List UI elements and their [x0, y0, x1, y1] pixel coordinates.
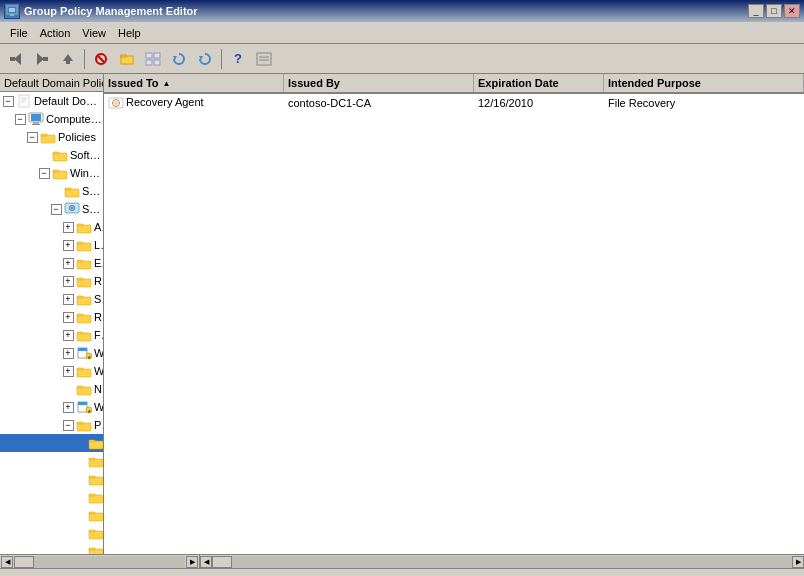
tree-item-file-system[interactable]: File System... — [0, 326, 103, 344]
tree-toggle-wired-netw[interactable] — [60, 345, 76, 361]
svg-rect-70 — [89, 440, 95, 442]
browse-button[interactable] — [115, 47, 139, 71]
tree-item-scripts[interactable]: Scripts (Startup... — [0, 182, 103, 200]
tree-item-policies[interactable]: Policies — [0, 128, 103, 146]
scroll-track-left[interactable] — [14, 556, 185, 568]
row-icon-0 — [108, 96, 124, 110]
tree-item-software-settings[interactable]: Software Settings — [0, 146, 103, 164]
tree-icon-public-key — [76, 417, 92, 433]
tree-content[interactable]: Default Domain Policy [dc1.cont... Compu… — [0, 92, 103, 554]
tree-item-enterpr[interactable]: Enterpr... — [0, 488, 103, 506]
menu-file[interactable]: File — [4, 25, 34, 41]
tree-item-account-pol[interactable]: Account Pol... — [0, 218, 103, 236]
svg-rect-56 — [78, 348, 87, 351]
tree-item-trusted1[interactable]: Trusted ... — [0, 470, 103, 488]
app-title: Group Policy Management Editor — [24, 5, 198, 17]
tree-toggle-computer-config[interactable] — [12, 111, 28, 127]
tree-item-wired-netw[interactable]: ★ Wired Netw... — [0, 344, 103, 362]
tree-item-interme[interactable]: Interme... — [0, 506, 103, 524]
tree-item-windows-settings[interactable]: Windows Settings — [0, 164, 103, 182]
menu-view[interactable]: View — [76, 25, 112, 41]
app-icon — [4, 3, 20, 19]
tree-label-restricted: Restricted G... — [92, 275, 103, 287]
tree-item-computer-config[interactable]: Computer Configuration — [0, 110, 103, 128]
tree-item-public-key[interactable]: Public Key P... — [0, 416, 103, 434]
tree-toggle-windows-fi[interactable] — [60, 363, 76, 379]
tree-item-local-policies[interactable]: Local Policies — [0, 236, 103, 254]
address-bar: Default Domain Policy [dc1.cont... — [0, 74, 103, 92]
tree-toggle-local-policies[interactable] — [60, 237, 76, 253]
svg-rect-54 — [77, 332, 83, 334]
tree-panel: Default Domain Policy [dc1.cont... Defau… — [0, 74, 104, 554]
help-button[interactable]: ? — [226, 47, 250, 71]
svg-marker-7 — [63, 54, 73, 61]
tree-icon-default-domain — [16, 93, 32, 109]
col-header-1[interactable]: Issued By — [284, 74, 474, 92]
tree-item-windows-fi[interactable]: Windows Fi... — [0, 362, 103, 380]
stop-button[interactable] — [89, 47, 113, 71]
tree-toggle-default-domain[interactable] — [0, 93, 16, 109]
tree-icon-restricted — [76, 273, 92, 289]
svg-rect-42 — [77, 224, 83, 226]
tree-item-untrust[interactable]: Untrust... — [0, 542, 103, 554]
refresh-button[interactable] — [167, 47, 191, 71]
scroll-thumb-left[interactable] — [14, 556, 34, 568]
svg-marker-3 — [14, 53, 21, 65]
tree-toggle-restricted[interactable] — [60, 273, 76, 289]
tree-label-file-system: File System... — [92, 329, 103, 341]
scroll-right-btn[interactable]: ▶ — [186, 556, 198, 568]
tree-toggle-system-ser[interactable] — [60, 291, 76, 307]
col-header-0[interactable]: Issued To▲ — [104, 74, 284, 92]
scroll-thumb-right[interactable] — [212, 556, 232, 568]
tree-item-registry[interactable]: Registry — [0, 308, 103, 326]
window-controls[interactable]: _ □ ✕ — [748, 4, 800, 18]
tree-toggle-file-system[interactable] — [60, 327, 76, 343]
col-header-3[interactable]: Intended Purpose — [604, 74, 804, 92]
svg-rect-19 — [257, 53, 271, 65]
h-scroll-right[interactable]: ◀ ▶ — [200, 555, 804, 568]
tree-toggle-registry[interactable] — [60, 309, 76, 325]
scroll-track-right[interactable] — [212, 556, 792, 568]
tree-item-security-settings[interactable]: Security Settings — [0, 200, 103, 218]
sep2 — [221, 49, 222, 69]
scroll-right-right-btn[interactable]: ▶ — [792, 556, 804, 568]
tree-item-system-ser[interactable]: System Ser... — [0, 290, 103, 308]
tree-label-event-log: Event Log... — [92, 257, 103, 269]
refresh2-button[interactable] — [193, 47, 217, 71]
menu-help[interactable]: Help — [112, 25, 147, 41]
tree-item-automa[interactable]: Automa... — [0, 452, 103, 470]
up-button[interactable] — [56, 47, 80, 71]
tree-label-scripts: Scripts (Startup... — [80, 185, 103, 197]
scroll-right-left-btn[interactable]: ◀ — [200, 556, 212, 568]
table-row-0[interactable]: Recovery Agentcontoso-DC1-CA12/16/2010Fi… — [104, 94, 804, 112]
export-button[interactable] — [252, 47, 276, 71]
maximize-button[interactable]: □ — [766, 4, 782, 18]
col-header-2[interactable]: Expiration Date — [474, 74, 604, 92]
tree-toggle-public-key[interactable] — [60, 417, 76, 433]
tree-toggle-windows-settings[interactable] — [36, 165, 52, 181]
tree-toggle-event-log[interactable] — [60, 255, 76, 271]
forward-button[interactable] — [30, 47, 54, 71]
tree-item-restricted[interactable]: Restricted G... — [0, 272, 103, 290]
menu-action[interactable]: Action — [34, 25, 77, 41]
tree-toggle-policies[interactable] — [24, 129, 40, 145]
tree-item-event-log[interactable]: Event Log... — [0, 254, 103, 272]
view-button[interactable] — [141, 47, 165, 71]
minimize-button[interactable]: _ — [748, 4, 764, 18]
tree-toggle-account-pol[interactable] — [60, 219, 76, 235]
tree-toggle-security-settings[interactable] — [48, 201, 64, 217]
address-text: Default Domain Policy [dc1.cont... — [4, 77, 103, 89]
scroll-left-btn[interactable]: ◀ — [1, 556, 13, 568]
tree-item-wireless-ne[interactable]: ★ Wireless Ne... — [0, 398, 103, 416]
tree-item-default-domain[interactable]: Default Domain Policy [dc1.cont... — [0, 92, 103, 110]
h-scroll-left[interactable]: ◀ ▶ — [0, 555, 200, 568]
tree-item-encrypt[interactable]: Encrypt... — [0, 434, 103, 452]
tree-icon-scripts — [64, 183, 80, 199]
tree-icon-encrypt — [88, 435, 103, 451]
tree-item-trusted2[interactable]: Trusted ... — [0, 524, 103, 542]
tree-toggle-wireless-ne[interactable] — [60, 399, 76, 415]
back-button[interactable] — [4, 47, 28, 71]
close-button[interactable]: ✕ — [784, 4, 800, 18]
svg-rect-8 — [66, 60, 70, 64]
tree-item-network-lis[interactable]: Network Lis... — [0, 380, 103, 398]
